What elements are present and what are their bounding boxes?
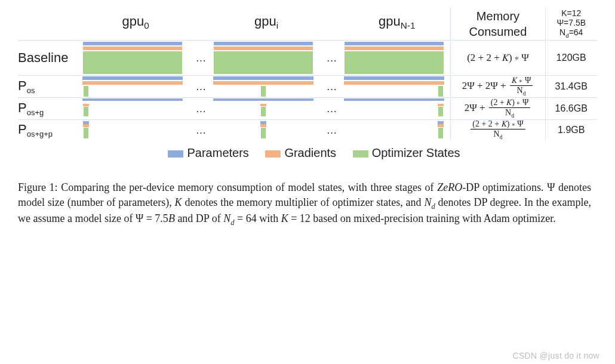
posgp-block-gpun — [343, 120, 445, 140]
ellipsis: … — [189, 41, 213, 76]
col-gpui: gpui — [213, 7, 320, 41]
posg-block-gpui — [213, 98, 314, 119]
col-gpu0: gpu0 — [82, 7, 189, 41]
formula-posgp: (2 + 2 + 𝐾) ∗ ΨNd — [451, 120, 545, 141]
gpu-label: gpu — [254, 14, 276, 29]
baseline-block-gpu0 — [82, 41, 183, 75]
watermark-text: CSDN @just do it now — [513, 351, 599, 360]
column-header-row: gpu0 gpui gpuN-1 MemoryConsumed K=12 Ψ=7… — [18, 7, 597, 41]
baseline-block-gpui — [213, 41, 314, 75]
pos-block-gpui — [213, 76, 314, 97]
legend-label-parameters: Parameters — [187, 146, 248, 159]
row-label-baseline: Baseline — [18, 41, 82, 76]
row-label-pos: Pos — [18, 76, 82, 98]
mem-posg: 16.6GB — [545, 98, 597, 120]
optimizer-shard — [83, 106, 89, 117]
row-label-posgp: Pos+g+p — [18, 120, 82, 141]
legend: Parameters Gradients Optimizer States — [18, 146, 597, 160]
row-posgp: Pos+g+p … … (2 + 2 + 𝐾) ∗ ΨNd 1.9GB — [18, 120, 597, 141]
row-label-posg: Pos+g — [18, 98, 82, 120]
figure-caption: Figure 1: Comparing the per-device memor… — [18, 180, 591, 227]
posg-block-gpun — [343, 98, 445, 119]
posgp-block-gpu0 — [82, 120, 183, 140]
gpu-label: gpu — [379, 14, 401, 29]
pos-block-gpun — [343, 76, 445, 97]
baseline-block-gpun — [343, 41, 445, 75]
formula-baseline: (2 + 2 + 𝐾) ∗ Ψ — [451, 41, 545, 76]
legend-label-gradients: Gradients — [284, 146, 336, 159]
row-baseline: Baseline … … (2 + 2 + 𝐾) ∗ Ψ 120GB — [18, 41, 597, 76]
mem-pos: 31.4GB — [545, 76, 597, 98]
col-example-params: K=12 Ψ=7.5B Nd=64 — [545, 7, 597, 41]
gradients-bar — [82, 46, 183, 51]
parameters-bar — [82, 41, 183, 46]
row-pos: Pos … … 2Ψ + 2Ψ + 𝐾 ∗ — [18, 76, 597, 98]
mem-posgp: 1.9GB — [545, 120, 597, 141]
legend-swatch-gradients — [265, 150, 281, 158]
parameters-bar — [82, 98, 183, 101]
legend-swatch-optimizer — [353, 150, 368, 158]
row-posg: Pos+g … … 2Ψ + (2 + 𝐾) ∗ ΨNd 16.6 — [18, 98, 597, 120]
legend-label-optimizer: Optimizer States — [372, 146, 460, 159]
legend-swatch-parameters — [168, 150, 183, 158]
posgp-block-gpui — [213, 120, 314, 140]
optimizer-shard — [83, 85, 89, 97]
mem-baseline: 120GB — [545, 41, 597, 76]
zero-memory-figure: gpu0 gpui gpuN-1 MemoryConsumed K=12 Ψ=7… — [18, 7, 597, 140]
col-memory-consumed: MemoryConsumed — [451, 7, 545, 41]
pos-block-gpu0 — [82, 76, 183, 97]
optimizer-states-bar — [82, 51, 183, 75]
posg-block-gpu0 — [82, 98, 183, 119]
gpu-label: gpu — [122, 14, 144, 29]
optimizer-shard — [83, 127, 89, 139]
formula-pos: 2Ψ + 2Ψ + 𝐾 ∗ ΨNd — [451, 76, 545, 98]
formula-posg: 2Ψ + (2 + 𝐾) ∗ ΨNd — [451, 98, 545, 120]
col-gpun: gpuN-1 — [343, 7, 451, 41]
